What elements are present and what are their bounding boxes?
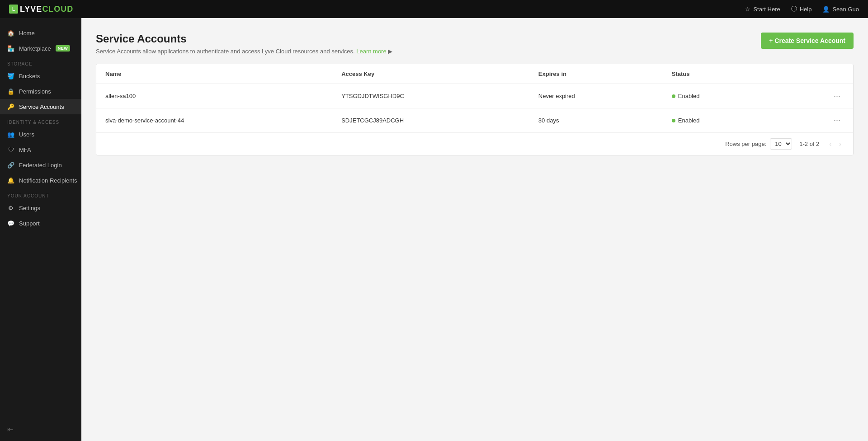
layout: 🏠 Home 🏪 Marketplace NEW STORAGE 🪣 Bucke… bbox=[0, 18, 868, 441]
identity-section-label: IDENTITY & ACCESS bbox=[0, 114, 81, 127]
pagination-prev-button[interactable]: ‹ bbox=[826, 139, 834, 149]
rows-per-page-label: Rows per page: bbox=[725, 141, 766, 147]
federated-icon: 🔗 bbox=[7, 161, 14, 169]
sidebar-item-home[interactable]: 🏠 Home bbox=[0, 25, 81, 41]
your-account-section-label: YOUR ACCOUNT bbox=[0, 188, 81, 200]
table-header: Name Access Key Expires in Status bbox=[96, 64, 853, 84]
table-body: allen-sa100 YTSGDJDTWISGHD9C Never expir… bbox=[96, 84, 853, 133]
create-service-account-button[interactable]: + Create Service Account bbox=[761, 33, 854, 49]
col-header-expires-in: Expires in bbox=[529, 64, 663, 84]
users-icon: 👥 bbox=[7, 131, 14, 138]
status-label: Enabled bbox=[678, 93, 700, 99]
user-icon: 👤 bbox=[822, 6, 830, 13]
cell-name: allen-sa100 bbox=[96, 84, 332, 108]
sidebar-item-mfa[interactable]: 🛡 MFA bbox=[0, 142, 81, 157]
service-accounts-table: Name Access Key Expires in Status allen-… bbox=[96, 64, 853, 132]
page-title: Service Accounts bbox=[96, 33, 392, 45]
lyve-logo-icon: L bbox=[9, 5, 18, 14]
pagination-nav: ‹ › bbox=[826, 139, 844, 149]
permissions-icon: 🔒 bbox=[7, 88, 14, 95]
learn-more-link[interactable]: Learn more bbox=[356, 48, 386, 55]
cell-expires-in: 30 days bbox=[529, 108, 663, 133]
col-header-name: Name bbox=[96, 64, 332, 84]
sidebar-item-permissions[interactable]: 🔒 Permissions bbox=[0, 84, 81, 99]
status-label: Enabled bbox=[678, 117, 700, 124]
cell-status: Enabled bbox=[663, 84, 775, 108]
logo: L LYVECLOUD bbox=[9, 5, 73, 14]
sidebar-item-buckets[interactable]: 🪣 Buckets bbox=[0, 68, 81, 84]
sidebar-collapse-button[interactable]: ⇤ bbox=[7, 425, 13, 434]
rows-per-page-control: Rows per page: 10 25 50 bbox=[725, 138, 792, 150]
service-accounts-icon: 🔑 bbox=[7, 103, 14, 110]
page-title-block: Service Accounts Service Accounts allow … bbox=[96, 33, 392, 55]
support-icon: 💬 bbox=[7, 220, 14, 227]
help-button[interactable]: ⓘ Help bbox=[791, 5, 812, 13]
status-dot bbox=[672, 94, 675, 98]
info-icon: ⓘ bbox=[791, 5, 797, 13]
mfa-icon: 🛡 bbox=[7, 146, 14, 153]
cell-name: siva-demo-service-account-44 bbox=[96, 108, 332, 133]
table-row: siva-demo-service-account-44 SDJETCGCJ89… bbox=[96, 108, 853, 133]
pagination-next-button[interactable]: › bbox=[836, 139, 844, 149]
home-icon: 🏠 bbox=[7, 29, 14, 37]
service-accounts-table-container: Name Access Key Expires in Status allen-… bbox=[96, 64, 854, 155]
rows-per-page-select[interactable]: 10 25 50 bbox=[770, 138, 792, 150]
bucket-icon: 🪣 bbox=[7, 72, 14, 80]
cell-status: Enabled bbox=[663, 108, 775, 133]
topbar-right: ☆ Start Here ⓘ Help 👤 Sean Guo bbox=[745, 5, 859, 13]
marketplace-icon: 🏪 bbox=[7, 45, 14, 52]
notification-icon: 🔔 bbox=[7, 177, 14, 184]
new-badge: NEW bbox=[56, 45, 71, 52]
sidebar-item-service-accounts[interactable]: 🔑 Service Accounts bbox=[0, 99, 81, 114]
main-content: Service Accounts Service Accounts allow … bbox=[81, 18, 868, 441]
storage-section-label: STORAGE bbox=[0, 56, 81, 68]
pagination-info: 1-2 of 2 bbox=[799, 141, 819, 147]
sidebar-item-federated-login[interactable]: 🔗 Federated Login bbox=[0, 157, 81, 173]
cell-actions: ··· bbox=[775, 108, 853, 133]
table-row: allen-sa100 YTSGDJDTWISGHD9C Never expir… bbox=[96, 84, 853, 108]
cell-expires-in: Never expired bbox=[529, 84, 663, 108]
pagination-row: Rows per page: 10 25 50 1-2 of 2 ‹ › bbox=[96, 132, 853, 155]
svg-text:L: L bbox=[12, 7, 15, 12]
cell-access-key: YTSGDJDTWISGHD9C bbox=[332, 84, 529, 108]
page-subtitle: Service Accounts allow applications to a… bbox=[96, 48, 392, 55]
logo-text: LYVECLOUD bbox=[20, 5, 73, 14]
user-menu-button[interactable]: 👤 Sean Guo bbox=[822, 6, 859, 13]
cell-actions: ··· bbox=[775, 84, 853, 108]
sidebar-item-settings[interactable]: ⚙ Settings bbox=[0, 200, 81, 216]
status-dot bbox=[672, 119, 675, 122]
page-header: Service Accounts Service Accounts allow … bbox=[96, 33, 854, 55]
row-more-actions-button[interactable]: ··· bbox=[830, 90, 844, 102]
row-more-actions-button[interactable]: ··· bbox=[830, 115, 844, 126]
col-header-status: Status bbox=[663, 64, 775, 84]
start-here-button[interactable]: ☆ Start Here bbox=[745, 6, 780, 13]
sidebar-item-marketplace[interactable]: 🏪 Marketplace NEW bbox=[0, 41, 81, 56]
star-icon: ☆ bbox=[745, 6, 750, 13]
settings-icon: ⚙ bbox=[7, 204, 14, 211]
col-header-access-key: Access Key bbox=[332, 64, 529, 84]
cell-access-key: SDJETCGCJ89ADCGH bbox=[332, 108, 529, 133]
sidebar-item-support[interactable]: 💬 Support bbox=[0, 216, 81, 231]
sidebar-item-users[interactable]: 👥 Users bbox=[0, 127, 81, 142]
sidebar-item-notification-recipients[interactable]: 🔔 Notification Recipients bbox=[0, 173, 81, 188]
sidebar: 🏠 Home 🏪 Marketplace NEW STORAGE 🪣 Bucke… bbox=[0, 18, 81, 441]
topbar: L LYVECLOUD ☆ Start Here ⓘ Help 👤 Sean G… bbox=[0, 0, 868, 18]
